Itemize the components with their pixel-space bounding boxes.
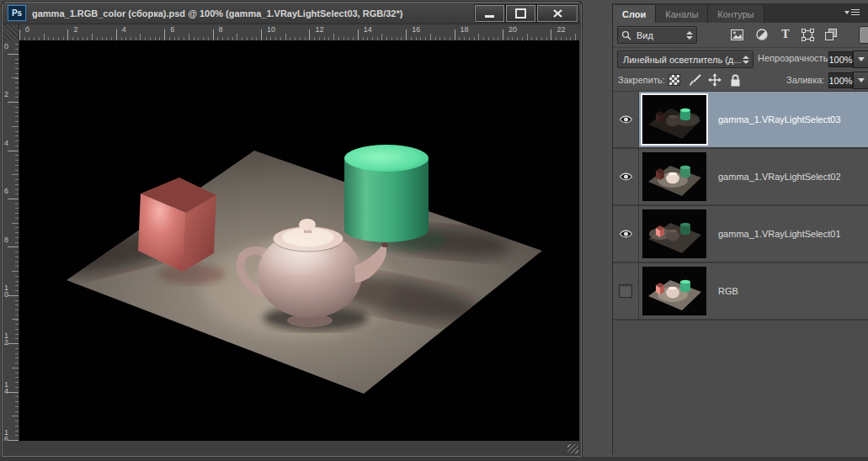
document-window: Ps gamma_1.RGB_color (сборка).psd @ 100%… (2, 2, 582, 457)
maximize-icon (515, 8, 526, 19)
canvas-image[interactable] (19, 40, 579, 441)
layer-thumbnail[interactable] (642, 95, 706, 144)
eye-icon (619, 172, 633, 182)
lock-pixels-brush-icon[interactable] (688, 73, 703, 87)
filter-type-icon[interactable]: T (778, 28, 793, 41)
ruler-tick-label: 14 (364, 25, 372, 34)
filter-image-icon[interactable] (729, 28, 744, 41)
photoshop-app: Ps gamma_1.RGB_color (сборка).psd @ 100%… (0, 0, 868, 461)
layer-name: gamma_1.VRayLightSelect03 (718, 114, 841, 125)
minimize-button[interactable] (475, 5, 504, 22)
filter-smart-object-icon[interactable] (823, 28, 839, 41)
layers-list: gamma_1.VRayLightSelect03 (613, 91, 868, 321)
blend-mode-row: Линейный осветлитель (д... Непрозрачност… (613, 47, 868, 70)
layer-row-vraylightselect03[interactable]: gamma_1.VRayLightSelect03 (613, 92, 868, 149)
layer-row-vraylightselect02[interactable]: gamma_1.VRayLightSelect02 (613, 149, 868, 206)
close-icon (553, 9, 562, 18)
blend-mode-dropdown[interactable]: Линейный осветлитель (д... (617, 50, 754, 68)
triangle-down-icon (858, 78, 865, 82)
eye-icon (619, 229, 633, 239)
updown-spinner-icon (686, 31, 693, 40)
maximize-button[interactable] (506, 5, 535, 22)
fill-label: Заливка: (786, 75, 824, 85)
minimize-icon (485, 15, 494, 18)
ruler-tick-label: 6 (4, 188, 10, 194)
ruler-tick-label: 22 (556, 25, 565, 34)
layer-thumbnail[interactable] (642, 152, 706, 201)
ruler-tick-label: 2 (4, 91, 10, 98)
ruler-tick-label: 14 (4, 381, 10, 395)
layer-thumbnail[interactable] (642, 267, 706, 315)
layer-thumbnail[interactable] (642, 209, 706, 258)
layer-row-rgb[interactable]: RGB (613, 263, 868, 321)
ruler-tick-label: 16 (412, 25, 420, 34)
opacity-value-field[interactable]: 100% (828, 51, 853, 67)
hidden-visibility-box-icon (619, 284, 632, 298)
ruler-tick-label: 20 (509, 25, 517, 34)
fill-value-field[interactable]: 100% (828, 72, 853, 88)
panel-body: Вид T (612, 23, 868, 455)
layer-filter-row: Вид T (613, 23, 868, 47)
triangle-down-icon (844, 11, 849, 14)
layer-name: gamma_1.VRayLightSelect02 (718, 172, 841, 182)
ruler-tick-label: 4 (4, 140, 10, 146)
filter-toggle-switch[interactable] (859, 26, 868, 44)
tab-channels[interactable]: Каналы (656, 5, 708, 23)
filter-shape-icon[interactable] (800, 28, 815, 41)
ruler-tick-label: 10 (4, 284, 10, 298)
horizontal-ruler: 0246810121416182022 (19, 24, 579, 41)
ruler-tick-label: 12 (4, 332, 10, 346)
lock-position-move-icon[interactable] (707, 73, 722, 87)
ruler-origin-box[interactable] (3, 24, 19, 41)
ruler-tick-label: 18 (461, 25, 469, 34)
ruler-tick-label: 2 (73, 25, 77, 34)
opacity-label: Непрозрачность: (758, 53, 830, 63)
ruler-tick-label: 12 (315, 25, 323, 34)
triangle-down-icon (858, 57, 865, 61)
layers-panel: Слои Каналы Контуры Вид (612, 3, 868, 455)
panel-tab-bar: Слои Каналы Контуры (612, 3, 868, 23)
lock-all-padlock-icon[interactable] (727, 73, 743, 87)
ruler-tick-label: 0 (4, 43, 10, 50)
eye-icon (619, 114, 633, 125)
document-title: gamma_1.RGB_color (сборка).psd @ 100% (g… (32, 8, 473, 19)
visibility-toggle[interactable] (613, 263, 639, 319)
window-resize-grip[interactable] (567, 444, 578, 453)
vertical-ruler: 0246810121416 (3, 40, 19, 441)
ruler-tick-label: 0 (25, 25, 29, 34)
lock-row: Закрепить: Заливка: 100% (613, 70, 868, 91)
search-icon (621, 30, 631, 40)
tab-layers[interactable]: Слои (613, 5, 656, 23)
filter-kind-value: Вид (631, 30, 658, 40)
ruler-tick-label: 8 (4, 236, 10, 243)
document-title-bar[interactable]: Ps gamma_1.RGB_color (сборка).psd @ 100%… (3, 3, 581, 24)
ruler-tick-label: 8 (219, 25, 223, 34)
layer-name: gamma_1.VRayLightSelect01 (718, 229, 841, 239)
photoshop-logo-icon: Ps (8, 5, 26, 21)
app-bottom-edge (0, 457, 868, 461)
tab-paths[interactable]: Контуры (708, 5, 764, 23)
lock-transparency-icon[interactable] (667, 73, 682, 87)
close-button[interactable] (537, 5, 578, 22)
opacity-dropdown-button[interactable] (853, 50, 868, 68)
menu-lines-icon (851, 9, 860, 17)
ruler-tick-label: 10 (267, 25, 275, 34)
lock-label: Закрепить: (618, 75, 665, 85)
layer-row-vraylightselect01[interactable]: gamma_1.VRayLightSelect01 (613, 206, 868, 263)
ruler-tick-label: 16 (4, 429, 10, 441)
visibility-toggle[interactable] (613, 206, 639, 262)
filter-kind-dropdown[interactable]: Вид (617, 26, 697, 44)
ruler-tick-label: 6 (170, 25, 174, 34)
filter-adjustment-icon[interactable] (754, 28, 769, 41)
ruler-tick-label: 4 (122, 25, 126, 34)
visibility-toggle[interactable] (613, 149, 639, 204)
layer-name: RGB (718, 286, 738, 296)
visibility-toggle[interactable] (613, 92, 639, 147)
updown-spinner-icon (743, 56, 749, 64)
blend-mode-value: Линейный осветлитель (д... (618, 55, 743, 65)
render-scene (19, 40, 579, 441)
fill-dropdown-button[interactable] (853, 72, 868, 89)
panel-menu-button[interactable] (844, 8, 860, 18)
